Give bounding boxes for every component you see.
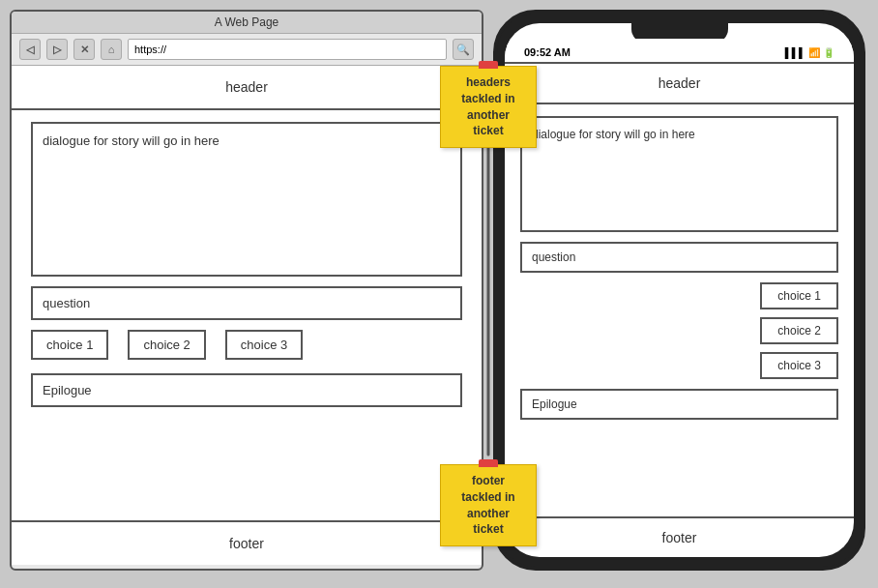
dialogue-box: dialogue for story will go in here bbox=[31, 122, 462, 277]
browser-window: A Web Page ◁ ▷ ✕ ⌂ 🔍 header dialogue for… bbox=[10, 10, 483, 571]
close-button[interactable]: ✕ bbox=[73, 39, 95, 60]
mobile-time: 09:52 AM bbox=[524, 46, 571, 58]
browser-content: header dialogue for story will go in her… bbox=[12, 66, 482, 565]
battery-icon: 🔋 bbox=[823, 47, 834, 58]
home-button[interactable]: ⌂ bbox=[101, 39, 122, 60]
choice-2-button[interactable]: choice 2 bbox=[128, 330, 205, 360]
mobile-top-area: 09:52 AM ▌▌▌ 📶 🔋 bbox=[505, 23, 854, 62]
go-button[interactable]: 🔍 bbox=[453, 39, 474, 60]
mobile-status-bar: 09:52 AM ▌▌▌ 📶 🔋 bbox=[505, 39, 854, 62]
sticky-note-header: headers tackled in another ticket bbox=[440, 66, 537, 148]
status-icons: ▌▌▌ 📶 🔋 bbox=[785, 47, 834, 58]
sticky-tab-header bbox=[479, 61, 498, 69]
epilogue-box: Epilogue bbox=[31, 373, 462, 407]
choices-row: choice 1 choice 2 choice 3 bbox=[31, 330, 462, 360]
mobile-choice-1-button[interactable]: choice 1 bbox=[760, 282, 838, 309]
forward-button[interactable]: ▷ bbox=[46, 39, 68, 60]
mobile-epilogue-box: Epilogue bbox=[520, 389, 838, 420]
signal-icon: ▌▌▌ bbox=[785, 47, 805, 58]
mobile-header: header bbox=[505, 62, 854, 104]
wifi-icon: 📶 bbox=[808, 47, 820, 58]
mobile-dialogue-box: dialogue for story will go in here bbox=[520, 116, 838, 232]
page-footer: footer bbox=[12, 520, 482, 565]
page-main: dialogue for story will go in here quest… bbox=[12, 110, 482, 520]
browser-titlebar: A Web Page bbox=[12, 12, 482, 34]
question-box: question bbox=[31, 286, 462, 320]
mobile-question-box: question bbox=[520, 242, 838, 273]
mobile-main: dialogue for story will go in here quest… bbox=[505, 104, 854, 516]
mobile-frame: 09:52 AM ▌▌▌ 📶 🔋 header dialogue for sto… bbox=[493, 10, 865, 571]
sticky-tab-footer bbox=[479, 459, 498, 467]
mobile-choice-2-button[interactable]: choice 2 bbox=[760, 317, 838, 344]
mobile-screen: 09:52 AM ▌▌▌ 📶 🔋 header dialogue for sto… bbox=[505, 23, 854, 557]
browser-toolbar: ◁ ▷ ✕ ⌂ 🔍 bbox=[12, 34, 482, 66]
choice-1-button[interactable]: choice 1 bbox=[31, 330, 108, 360]
page-header: header bbox=[12, 66, 482, 110]
mobile-choices-col: choice 1 choice 2 choice 3 bbox=[520, 282, 838, 379]
sticky-note-footer: footer tackled in another ticket bbox=[440, 464, 537, 546]
choice-3-button[interactable]: choice 3 bbox=[225, 330, 303, 360]
mobile-choice-3-button[interactable]: choice 3 bbox=[760, 352, 838, 379]
url-bar[interactable] bbox=[128, 39, 447, 60]
mobile-footer: footer bbox=[505, 516, 854, 557]
back-button[interactable]: ◁ bbox=[19, 39, 41, 60]
browser-title: A Web Page bbox=[215, 15, 279, 29]
